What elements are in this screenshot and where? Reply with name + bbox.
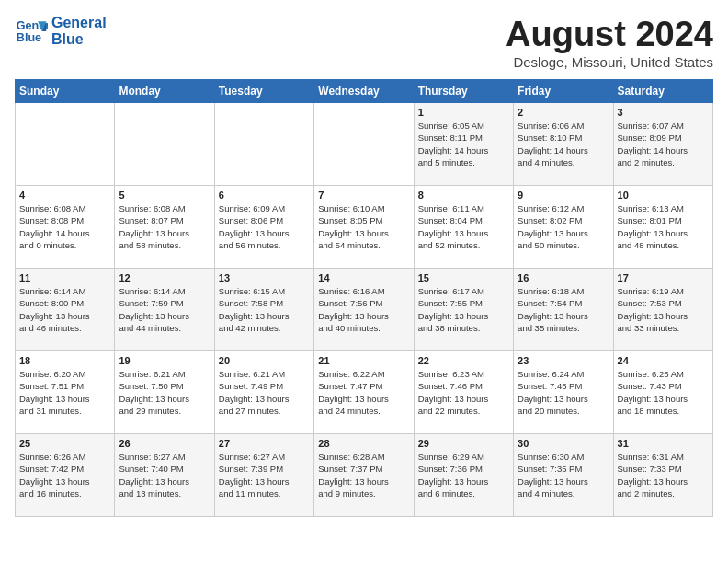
day-number: 16	[518, 272, 609, 283]
day-info: Sunrise: 6:08 AMSunset: 8:08 PMDaylight:…	[19, 202, 110, 251]
day-info: Sunrise: 6:08 AMSunset: 8:07 PMDaylight:…	[119, 202, 210, 251]
day-number: 3	[618, 107, 709, 118]
svg-text:Blue: Blue	[17, 31, 41, 44]
day-info: Sunrise: 6:24 AMSunset: 7:45 PMDaylight:…	[518, 368, 609, 417]
day-number: 20	[219, 355, 310, 366]
calendar-header: SundayMondayTuesdayWednesdayThursdayFrid…	[16, 80, 713, 103]
day-number: 22	[418, 355, 509, 366]
day-number: 4	[19, 190, 110, 201]
day-number: 25	[19, 438, 110, 449]
location: Desloge, Missouri, United States	[506, 54, 713, 70]
day-info: Sunrise: 6:25 AMSunset: 7:43 PMDaylight:…	[618, 368, 709, 417]
day-number: 2	[518, 107, 609, 118]
day-info: Sunrise: 6:18 AMSunset: 7:54 PMDaylight:…	[518, 285, 609, 334]
week-row-1: 1Sunrise: 6:05 AMSunset: 8:11 PMDaylight…	[16, 103, 713, 186]
calendar-cell: 1Sunrise: 6:05 AMSunset: 8:11 PMDaylight…	[414, 103, 513, 186]
logo: General Blue General Blue	[15, 15, 107, 48]
day-number: 23	[518, 355, 609, 366]
day-info: Sunrise: 6:30 AMSunset: 7:35 PMDaylight:…	[518, 451, 609, 500]
day-number: 12	[119, 272, 210, 283]
day-info: Sunrise: 6:29 AMSunset: 7:36 PMDaylight:…	[418, 451, 509, 500]
title-block: August 2024 Desloge, Missouri, United St…	[506, 15, 713, 70]
calendar-cell: 22Sunrise: 6:23 AMSunset: 7:46 PMDayligh…	[414, 351, 513, 434]
calendar-cell: 27Sunrise: 6:27 AMSunset: 7:39 PMDayligh…	[214, 434, 313, 517]
calendar-cell: 18Sunrise: 6:20 AMSunset: 7:51 PMDayligh…	[16, 351, 115, 434]
calendar-cell: 10Sunrise: 6:13 AMSunset: 8:01 PMDayligh…	[613, 186, 712, 269]
header-friday: Friday	[514, 80, 613, 103]
day-number: 28	[318, 438, 409, 449]
day-number: 1	[418, 107, 509, 118]
day-info: Sunrise: 6:06 AMSunset: 8:10 PMDaylight:…	[518, 120, 609, 168]
day-info: Sunrise: 6:21 AMSunset: 7:50 PMDaylight:…	[119, 368, 210, 417]
day-number: 11	[19, 272, 110, 283]
header-wednesday: Wednesday	[314, 80, 414, 103]
day-number: 8	[418, 190, 509, 201]
day-info: Sunrise: 6:15 AMSunset: 7:58 PMDaylight:…	[219, 285, 310, 334]
calendar-cell: 13Sunrise: 6:15 AMSunset: 7:58 PMDayligh…	[214, 269, 313, 351]
calendar-cell	[115, 103, 214, 186]
day-number: 26	[119, 438, 210, 449]
calendar-cell	[16, 103, 115, 186]
day-info: Sunrise: 6:27 AMSunset: 7:40 PMDaylight:…	[119, 451, 210, 500]
calendar-cell: 7Sunrise: 6:10 AMSunset: 8:05 PMDaylight…	[314, 186, 414, 269]
day-info: Sunrise: 6:21 AMSunset: 7:49 PMDaylight:…	[219, 368, 310, 417]
day-number: 13	[219, 272, 310, 283]
calendar-cell: 30Sunrise: 6:30 AMSunset: 7:35 PMDayligh…	[514, 434, 613, 517]
calendar-cell: 23Sunrise: 6:24 AMSunset: 7:45 PMDayligh…	[514, 351, 613, 434]
day-info: Sunrise: 6:26 AMSunset: 7:42 PMDaylight:…	[19, 451, 110, 500]
day-info: Sunrise: 6:05 AMSunset: 8:11 PMDaylight:…	[418, 120, 509, 168]
calendar-cell: 29Sunrise: 6:29 AMSunset: 7:36 PMDayligh…	[414, 434, 513, 517]
day-info: Sunrise: 6:16 AMSunset: 7:56 PMDaylight:…	[318, 285, 409, 334]
day-number: 27	[219, 438, 310, 449]
calendar-cell: 28Sunrise: 6:28 AMSunset: 7:37 PMDayligh…	[314, 434, 414, 517]
day-info: Sunrise: 6:22 AMSunset: 7:47 PMDaylight:…	[318, 368, 409, 417]
calendar-cell: 15Sunrise: 6:17 AMSunset: 7:55 PMDayligh…	[414, 269, 513, 351]
day-number: 5	[119, 190, 210, 201]
day-info: Sunrise: 6:28 AMSunset: 7:37 PMDaylight:…	[318, 451, 409, 500]
day-info: Sunrise: 6:14 AMSunset: 8:00 PMDaylight:…	[19, 285, 110, 334]
calendar-cell: 16Sunrise: 6:18 AMSunset: 7:54 PMDayligh…	[514, 269, 613, 351]
day-info: Sunrise: 6:10 AMSunset: 8:05 PMDaylight:…	[318, 202, 409, 251]
week-row-2: 4Sunrise: 6:08 AMSunset: 8:08 PMDaylight…	[16, 186, 713, 269]
day-info: Sunrise: 6:19 AMSunset: 7:53 PMDaylight:…	[618, 285, 709, 334]
day-info: Sunrise: 6:31 AMSunset: 7:33 PMDaylight:…	[618, 451, 709, 500]
calendar-table: SundayMondayTuesdayWednesdayThursdayFrid…	[15, 79, 713, 517]
day-number: 29	[418, 438, 509, 449]
day-number: 30	[518, 438, 609, 449]
day-number: 17	[618, 272, 709, 283]
header-tuesday: Tuesday	[214, 80, 313, 103]
header-thursday: Thursday	[414, 80, 513, 103]
week-row-5: 25Sunrise: 6:26 AMSunset: 7:42 PMDayligh…	[16, 434, 713, 517]
day-number: 10	[618, 190, 709, 201]
calendar-cell: 24Sunrise: 6:25 AMSunset: 7:43 PMDayligh…	[613, 351, 712, 434]
calendar-cell: 9Sunrise: 6:12 AMSunset: 8:02 PMDaylight…	[514, 186, 613, 269]
day-number: 21	[318, 355, 409, 366]
day-info: Sunrise: 6:14 AMSunset: 7:59 PMDaylight:…	[119, 285, 210, 334]
header-sunday: Sunday	[16, 80, 115, 103]
day-info: Sunrise: 6:17 AMSunset: 7:55 PMDaylight:…	[418, 285, 509, 334]
month-title: August 2024	[506, 15, 713, 54]
calendar-cell	[214, 103, 313, 186]
calendar-cell: 11Sunrise: 6:14 AMSunset: 8:00 PMDayligh…	[16, 269, 115, 351]
day-number: 18	[19, 355, 110, 366]
calendar-cell	[314, 103, 414, 186]
header-row: SundayMondayTuesdayWednesdayThursdayFrid…	[16, 80, 713, 103]
day-number: 24	[618, 355, 709, 366]
calendar-cell: 31Sunrise: 6:31 AMSunset: 7:33 PMDayligh…	[613, 434, 712, 517]
calendar-cell: 6Sunrise: 6:09 AMSunset: 8:06 PMDaylight…	[214, 186, 313, 269]
week-row-3: 11Sunrise: 6:14 AMSunset: 8:00 PMDayligh…	[16, 269, 713, 351]
calendar-cell: 12Sunrise: 6:14 AMSunset: 7:59 PMDayligh…	[115, 269, 214, 351]
header-monday: Monday	[115, 80, 214, 103]
calendar-cell: 21Sunrise: 6:22 AMSunset: 7:47 PMDayligh…	[314, 351, 414, 434]
day-info: Sunrise: 6:07 AMSunset: 8:09 PMDaylight:…	[618, 120, 709, 168]
calendar-cell: 2Sunrise: 6:06 AMSunset: 8:10 PMDaylight…	[514, 103, 613, 186]
day-number: 15	[418, 272, 509, 283]
day-info: Sunrise: 6:20 AMSunset: 7:51 PMDaylight:…	[19, 368, 110, 417]
day-info: Sunrise: 6:09 AMSunset: 8:06 PMDaylight:…	[219, 202, 310, 251]
day-number: 14	[318, 272, 409, 283]
calendar-cell: 8Sunrise: 6:11 AMSunset: 8:04 PMDaylight…	[414, 186, 513, 269]
day-info: Sunrise: 6:13 AMSunset: 8:01 PMDaylight:…	[618, 202, 709, 251]
day-number: 7	[318, 190, 409, 201]
week-row-4: 18Sunrise: 6:20 AMSunset: 7:51 PMDayligh…	[16, 351, 713, 434]
calendar-cell: 20Sunrise: 6:21 AMSunset: 7:49 PMDayligh…	[214, 351, 313, 434]
